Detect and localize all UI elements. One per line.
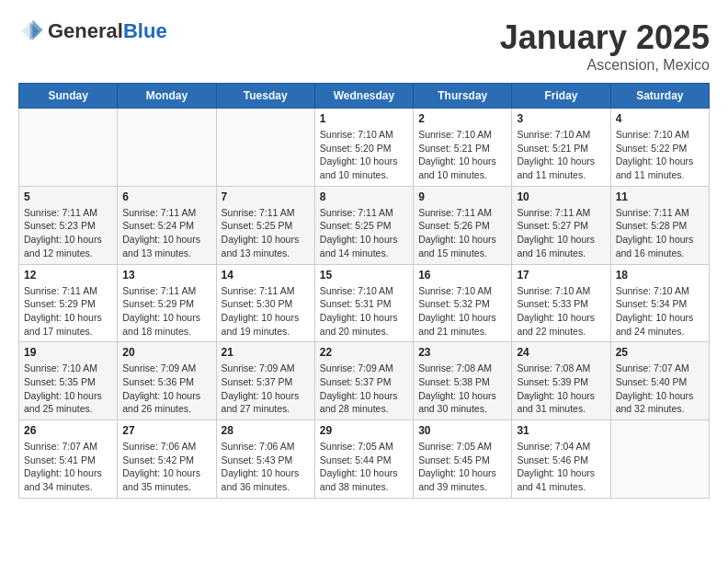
day-info: Sunrise: 7:09 AMSunset: 5:37 PMDaylight:… — [320, 362, 408, 416]
day-info: Sunrise: 7:10 AMSunset: 5:20 PMDaylight:… — [320, 128, 408, 182]
day-info: Sunrise: 7:07 AMSunset: 5:41 PMDaylight:… — [24, 440, 112, 494]
day-number: 10 — [517, 190, 605, 203]
calendar-cell: 3Sunrise: 7:10 AMSunset: 5:21 PMDaylight… — [512, 109, 610, 187]
day-number: 27 — [122, 424, 210, 437]
day-info: Sunrise: 7:10 AMSunset: 5:21 PMDaylight:… — [517, 128, 605, 182]
calendar-cell: 7Sunrise: 7:11 AMSunset: 5:25 PMDaylight… — [216, 186, 314, 264]
day-info: Sunrise: 7:11 AMSunset: 5:23 PMDaylight:… — [24, 206, 112, 260]
day-number: 18 — [616, 269, 704, 282]
week-row-3: 12Sunrise: 7:11 AMSunset: 5:29 PMDayligh… — [19, 264, 710, 342]
day-info: Sunrise: 7:05 AMSunset: 5:45 PMDaylight:… — [418, 440, 506, 494]
day-of-week-saturday: Saturday — [610, 84, 709, 109]
day-info: Sunrise: 7:11 AMSunset: 5:30 PMDaylight:… — [222, 284, 310, 339]
calendar-cell: 27Sunrise: 7:06 AMSunset: 5:42 PMDayligh… — [118, 420, 216, 499]
day-number: 1 — [320, 112, 408, 125]
day-info: Sunrise: 7:06 AMSunset: 5:43 PMDaylight:… — [222, 440, 310, 494]
day-number: 16 — [418, 269, 506, 282]
day-number: 31 — [517, 424, 605, 437]
logo-blue: Blue — [123, 19, 167, 42]
day-info: Sunrise: 7:05 AMSunset: 5:44 PMDaylight:… — [320, 440, 408, 494]
day-info: Sunrise: 7:11 AMSunset: 5:29 PMDaylight:… — [122, 284, 210, 339]
day-info: Sunrise: 7:06 AMSunset: 5:42 PMDaylight:… — [122, 440, 210, 494]
day-number: 21 — [222, 346, 310, 359]
day-number: 15 — [320, 269, 408, 282]
day-of-week-tuesday: Tuesday — [216, 84, 314, 109]
day-of-week-sunday: Sunday — [19, 84, 118, 109]
day-number: 22 — [320, 346, 408, 359]
calendar-cell: 25Sunrise: 7:07 AMSunset: 5:40 PMDayligh… — [610, 342, 709, 420]
calendar-cell: 21Sunrise: 7:09 AMSunset: 5:37 PMDayligh… — [216, 342, 314, 420]
day-info: Sunrise: 7:11 AMSunset: 5:29 PMDaylight:… — [24, 284, 112, 339]
week-row-4: 19Sunrise: 7:10 AMSunset: 5:35 PMDayligh… — [19, 342, 710, 420]
calendar-cell — [216, 109, 314, 187]
calendar-cell: 24Sunrise: 7:08 AMSunset: 5:39 PMDayligh… — [512, 342, 610, 420]
page-header: GeneralBlue January 2025 Ascension, Mexi… — [18, 18, 710, 74]
calendar-cell: 31Sunrise: 7:04 AMSunset: 5:46 PMDayligh… — [512, 420, 610, 499]
day-info: Sunrise: 7:11 AMSunset: 5:25 PMDaylight:… — [320, 206, 408, 260]
day-number: 8 — [320, 190, 408, 203]
calendar-cell — [118, 109, 216, 187]
day-number: 17 — [517, 269, 605, 282]
calendar-cell: 2Sunrise: 7:10 AMSunset: 5:21 PMDaylight… — [414, 109, 512, 187]
calendar-cell: 16Sunrise: 7:10 AMSunset: 5:32 PMDayligh… — [414, 264, 512, 342]
calendar-cell: 1Sunrise: 7:10 AMSunset: 5:20 PMDaylight… — [314, 109, 413, 187]
day-number: 29 — [320, 424, 408, 437]
days-of-week-row: SundayMondayTuesdayWednesdayThursdayFrid… — [19, 84, 710, 109]
day-number: 23 — [418, 346, 506, 359]
week-row-2: 5Sunrise: 7:11 AMSunset: 5:23 PMDaylight… — [19, 186, 710, 264]
location-subtitle: Ascension, Mexico — [500, 57, 710, 74]
title-block: January 2025 Ascension, Mexico — [500, 18, 710, 74]
calendar-cell: 8Sunrise: 7:11 AMSunset: 5:25 PMDaylight… — [314, 186, 413, 264]
day-info: Sunrise: 7:04 AMSunset: 5:46 PMDaylight:… — [517, 440, 605, 494]
calendar-cell: 29Sunrise: 7:05 AMSunset: 5:44 PMDayligh… — [314, 420, 413, 499]
day-of-week-wednesday: Wednesday — [314, 84, 413, 109]
calendar-cell: 12Sunrise: 7:11 AMSunset: 5:29 PMDayligh… — [19, 264, 118, 342]
day-number: 13 — [122, 269, 210, 282]
logo: GeneralBlue — [18, 18, 167, 44]
calendar-table: SundayMondayTuesdayWednesdayThursdayFrid… — [18, 83, 710, 499]
day-info: Sunrise: 7:10 AMSunset: 5:21 PMDaylight:… — [418, 128, 506, 182]
day-number: 19 — [24, 346, 112, 359]
day-info: Sunrise: 7:07 AMSunset: 5:40 PMDaylight:… — [616, 362, 704, 416]
day-info: Sunrise: 7:10 AMSunset: 5:22 PMDaylight:… — [616, 128, 704, 182]
day-info: Sunrise: 7:11 AMSunset: 5:27 PMDaylight:… — [517, 206, 605, 260]
calendar-cell: 19Sunrise: 7:10 AMSunset: 5:35 PMDayligh… — [19, 342, 118, 420]
day-info: Sunrise: 7:11 AMSunset: 5:26 PMDaylight:… — [418, 206, 506, 260]
day-info: Sunrise: 7:11 AMSunset: 5:24 PMDaylight:… — [122, 206, 210, 260]
day-of-week-monday: Monday — [118, 84, 216, 109]
day-number: 2 — [418, 112, 506, 125]
day-number: 30 — [418, 424, 506, 437]
day-info: Sunrise: 7:09 AMSunset: 5:36 PMDaylight:… — [122, 362, 210, 416]
day-number: 24 — [517, 346, 605, 359]
week-row-5: 26Sunrise: 7:07 AMSunset: 5:41 PMDayligh… — [19, 420, 710, 499]
day-info: Sunrise: 7:08 AMSunset: 5:39 PMDaylight:… — [517, 362, 605, 416]
month-title: January 2025 — [500, 18, 710, 57]
day-of-week-thursday: Thursday — [414, 84, 512, 109]
day-info: Sunrise: 7:10 AMSunset: 5:33 PMDaylight:… — [517, 284, 605, 339]
day-number: 7 — [222, 190, 310, 203]
day-number: 4 — [616, 112, 704, 125]
calendar-cell: 17Sunrise: 7:10 AMSunset: 5:33 PMDayligh… — [512, 264, 610, 342]
day-number: 14 — [222, 269, 310, 282]
calendar-body: 1Sunrise: 7:10 AMSunset: 5:20 PMDaylight… — [19, 109, 710, 499]
calendar-cell: 22Sunrise: 7:09 AMSunset: 5:37 PMDayligh… — [314, 342, 413, 420]
calendar-cell — [610, 420, 709, 499]
calendar-cell: 15Sunrise: 7:10 AMSunset: 5:31 PMDayligh… — [314, 264, 413, 342]
day-info: Sunrise: 7:10 AMSunset: 5:35 PMDaylight:… — [24, 362, 112, 416]
calendar-cell: 6Sunrise: 7:11 AMSunset: 5:24 PMDaylight… — [118, 186, 216, 264]
day-number: 12 — [24, 269, 112, 282]
day-number: 11 — [616, 190, 704, 203]
day-number: 5 — [24, 190, 112, 203]
calendar-cell: 5Sunrise: 7:11 AMSunset: 5:23 PMDaylight… — [19, 186, 118, 264]
calendar-cell: 28Sunrise: 7:06 AMSunset: 5:43 PMDayligh… — [216, 420, 314, 499]
day-info: Sunrise: 7:11 AMSunset: 5:28 PMDaylight:… — [616, 206, 704, 260]
calendar-cell: 20Sunrise: 7:09 AMSunset: 5:36 PMDayligh… — [118, 342, 216, 420]
calendar-cell: 10Sunrise: 7:11 AMSunset: 5:27 PMDayligh… — [512, 186, 610, 264]
day-of-week-friday: Friday — [512, 84, 610, 109]
calendar-cell: 4Sunrise: 7:10 AMSunset: 5:22 PMDaylight… — [610, 109, 709, 187]
day-number: 26 — [24, 424, 112, 437]
day-number: 20 — [122, 346, 210, 359]
logo-icon — [18, 18, 44, 44]
calendar-cell: 18Sunrise: 7:10 AMSunset: 5:34 PMDayligh… — [610, 264, 709, 342]
calendar-cell — [19, 109, 118, 187]
